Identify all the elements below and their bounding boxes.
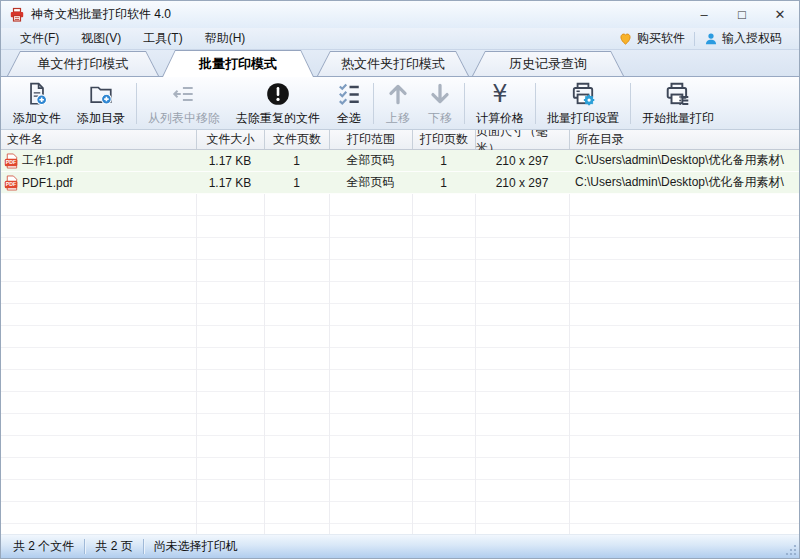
batch-print-settings-icon: [570, 81, 596, 108]
batch-print-settings-button[interactable]: 批量打印设置: [539, 78, 627, 129]
column-header-printrange[interactable]: 打印范围: [329, 130, 412, 149]
tab-batch-print[interactable]: 批量打印模式: [162, 50, 314, 77]
cell-printrange: 全部页码: [329, 172, 412, 193]
app-printer-icon: [9, 7, 25, 23]
cell-filesize: 1.17 KB: [196, 172, 264, 193]
buy-heart-icon: [618, 31, 633, 46]
window-title: 神奇文档批量打印软件 4.0: [31, 6, 171, 23]
cell-pagesize: 210 x 297: [475, 150, 569, 171]
column-header-directory[interactable]: 所在目录: [569, 130, 799, 149]
column-header-pagesize[interactable]: 页面尺寸（毫米）: [475, 130, 569, 149]
enter-license-label: 输入授权码: [722, 30, 782, 47]
toolbar-separator: [630, 83, 631, 124]
minimize-button[interactable]: –: [685, 1, 723, 28]
menu-tools[interactable]: 工具(T): [132, 28, 193, 49]
mode-tabs: 单文件打印模式 批量打印模式 热文件夹打印模式 历史记录查询: [1, 50, 799, 77]
svg-text:PDF: PDF: [6, 181, 17, 187]
menubar-right: 购买软件 输入授权码: [609, 30, 791, 47]
toolbar-separator: [373, 83, 374, 124]
cell-printpages: 1: [412, 172, 475, 193]
tab-hot-folder-print[interactable]: 热文件夹打印模式: [317, 51, 469, 76]
select-all-icon: [336, 81, 362, 108]
empty-table-grid: [1, 194, 799, 534]
buy-software-label: 购买软件: [637, 30, 685, 47]
status-page-count: 共 2 页: [85, 538, 142, 555]
add-file-button[interactable]: 添加文件: [5, 78, 69, 129]
titlebar: 神奇文档批量打印软件 4.0 – □ ✕: [1, 1, 799, 28]
pdf-file-icon: PDF: [4, 175, 19, 191]
column-header-filesize[interactable]: 文件大小: [196, 130, 264, 149]
start-batch-print-icon: [665, 81, 691, 108]
calculate-price-icon: ¥: [492, 81, 507, 108]
status-printer-info: 尚未选择打印机: [144, 538, 248, 555]
cell-filesize: 1.17 KB: [196, 150, 264, 171]
window-controls: – □ ✕: [685, 1, 799, 28]
move-up-button[interactable]: 上移: [377, 78, 419, 129]
app-window: 神奇文档批量打印软件 4.0 – □ ✕ 文件(F) 视图(V) 工具(T) 帮…: [0, 0, 800, 559]
cell-directory: C:\Users\admin\Desktop\优化备用素材\: [569, 150, 799, 171]
remove-duplicates-icon: [265, 81, 291, 108]
move-up-icon: [385, 81, 411, 108]
column-header-pagecount[interactable]: 文件页数: [264, 130, 329, 149]
add-file-icon: [24, 81, 50, 108]
close-button[interactable]: ✕: [761, 1, 799, 28]
table-row[interactable]: PDF 工作1.pdf 1.17 KB 1 全部页码 1 210 x 297 C…: [1, 150, 799, 172]
pdf-file-icon: PDF: [4, 153, 19, 169]
menu-file[interactable]: 文件(F): [9, 28, 70, 49]
enter-license-link[interactable]: 输入授权码: [695, 30, 791, 47]
remove-from-list-icon: [171, 81, 197, 108]
status-file-count: 共 2 个文件: [3, 538, 84, 555]
toolbar-separator: [535, 83, 536, 124]
column-header-filename[interactable]: 文件名: [1, 130, 196, 149]
table-header: 文件名 文件大小 文件页数 打印范围 打印页数 页面尺寸（毫米） 所在目录: [1, 130, 799, 150]
cell-printrange: 全部页码: [329, 150, 412, 171]
cell-directory: C:\Users\admin\Desktop\优化备用素材\: [569, 172, 799, 193]
toolbar-separator: [136, 83, 137, 124]
menu-help[interactable]: 帮助(H): [194, 28, 257, 49]
tab-single-file-print[interactable]: 单文件打印模式: [7, 51, 159, 76]
resize-grip-icon[interactable]: [784, 543, 797, 556]
user-icon: [704, 32, 718, 46]
toolbar: 添加文件 添加目录 从列表中移除: [1, 77, 799, 130]
toolbar-separator: [464, 83, 465, 124]
cell-pagesize: 210 x 297: [475, 172, 569, 193]
move-down-icon: [427, 81, 453, 108]
statusbar: 共 2 个文件 共 2 页 尚未选择打印机: [1, 534, 799, 558]
buy-software-link[interactable]: 购买软件: [609, 30, 694, 47]
column-header-printpages[interactable]: 打印页数: [412, 130, 475, 149]
add-folder-button[interactable]: 添加目录: [69, 78, 133, 129]
table-row[interactable]: PDF PDF1.pdf 1.17 KB 1 全部页码 1 210 x 297 …: [1, 172, 799, 194]
cell-pagecount: 1: [264, 172, 329, 193]
cell-pagecount: 1: [264, 150, 329, 171]
cell-filename: PDF1.pdf: [22, 176, 73, 190]
calculate-price-button[interactable]: ¥ 计算价格: [468, 78, 532, 129]
remove-duplicates-button[interactable]: 去除重复的文件: [228, 78, 328, 129]
add-folder-icon: [88, 81, 114, 108]
start-batch-print-button[interactable]: 开始批量打印: [634, 78, 722, 129]
move-down-button[interactable]: 下移: [419, 78, 461, 129]
menubar: 文件(F) 视图(V) 工具(T) 帮助(H) 购买软件 输入授权码: [1, 28, 799, 50]
cell-filename: 工作1.pdf: [22, 152, 73, 169]
file-table: 文件名 文件大小 文件页数 打印范围 打印页数 页面尺寸（毫米） 所在目录 PD…: [1, 130, 799, 534]
tab-history-query[interactable]: 历史记录查询: [472, 51, 624, 76]
remove-from-list-button[interactable]: 从列表中移除: [140, 78, 228, 129]
maximize-button[interactable]: □: [723, 1, 761, 28]
cell-printpages: 1: [412, 150, 475, 171]
svg-text:PDF: PDF: [6, 159, 17, 165]
menu-view[interactable]: 视图(V): [70, 28, 132, 49]
select-all-button[interactable]: 全选: [328, 78, 370, 129]
